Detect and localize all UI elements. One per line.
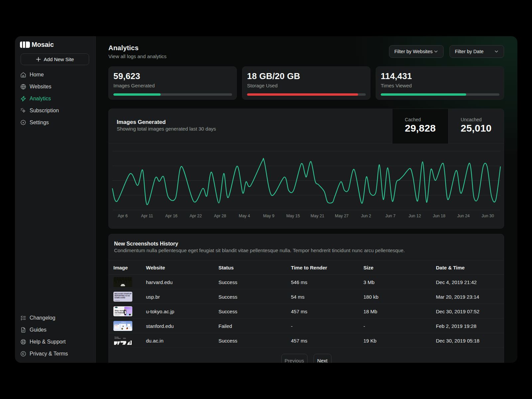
- svg-text:May 21: May 21: [311, 214, 324, 218]
- svg-text:Apr 6: Apr 6: [118, 214, 128, 218]
- svg-text:▸ EquaCo: ▸ EquaCo: [115, 300, 120, 301]
- svg-text:May 27: May 27: [335, 214, 348, 218]
- svg-text:Jun 12: Jun 12: [409, 214, 421, 218]
- svg-text:Jun 2: Jun 2: [361, 214, 371, 218]
- svg-text:Apr 11: Apr 11: [141, 214, 153, 218]
- svg-text:DAMN HARD: DAMN HARD: [115, 297, 125, 299]
- svg-text:Jun 24: Jun 24: [457, 214, 470, 218]
- svg-text:May 15: May 15: [286, 214, 300, 218]
- svg-text:not features: not features: [115, 312, 125, 314]
- svg-text:Jun 18: Jun 18: [433, 214, 446, 218]
- svg-text:May 9: May 9: [263, 214, 274, 218]
- svg-text:Apr 28: Apr 28: [214, 214, 226, 218]
- svg-text:Tech Week: Tech Week: [114, 338, 121, 339]
- svg-text:Ship stories,: Ship stories,: [115, 310, 126, 312]
- svg-text:design.ai: design.ai: [121, 322, 126, 323]
- svg-text:Apr 16: Apr 16: [165, 214, 178, 218]
- svg-text:Jun 7: Jun 7: [385, 214, 396, 218]
- svg-text:Apr 22: Apr 22: [190, 214, 202, 218]
- svg-text:May 4: May 4: [239, 214, 250, 218]
- svg-text:Jun 30: Jun 30: [481, 214, 494, 218]
